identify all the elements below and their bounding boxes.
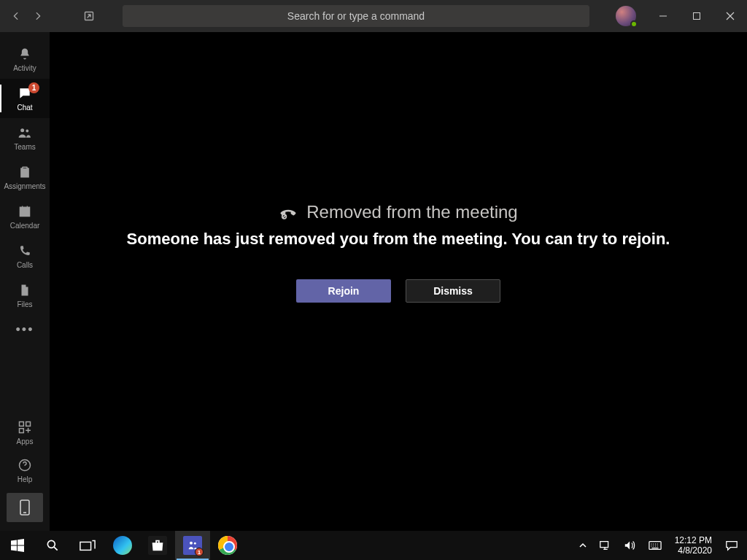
tray-volume-button[interactable] [618,531,643,560]
rail-item-label: Chat [17,104,32,112]
back-button[interactable] [7,7,25,25]
svg-rect-8 [20,429,24,433]
avatar[interactable] [616,6,636,26]
search-input[interactable]: Search for or type a command [123,5,589,27]
calendar-icon [18,203,32,219]
rail-item-label: Files [17,300,32,308]
svg-rect-6 [20,422,24,427]
hangup-icon [279,203,298,222]
task-view-button[interactable] [70,531,105,560]
chrome-icon [218,536,237,555]
svg-point-3 [26,130,28,133]
close-button[interactable] [713,0,747,32]
rail-item-label: Apps [17,438,34,446]
presence-available-icon [630,20,638,28]
chevron-up-icon [578,541,587,550]
start-button[interactable] [0,531,35,560]
rail-item-calendar[interactable]: Calendar [0,197,50,236]
svg-rect-17 [600,542,608,548]
teams-icon [18,125,32,141]
svg-point-15 [190,542,193,545]
taskbar-app-chrome[interactable] [210,531,245,560]
removed-from-meeting-dialog: Removed from the meeting Someone has jus… [127,202,670,303]
rail-item-label: Calendar [10,222,40,230]
apps-icon [18,419,32,435]
rail-item-label: Help [18,475,33,483]
svg-rect-4 [20,210,29,217]
rail-item-help[interactable]: Help [0,452,50,489]
file-icon [18,282,31,298]
clock-time: 12:12 PM [675,535,712,545]
taskbar-clock[interactable]: 12:12 PM 4/8/2020 [667,531,719,560]
task-view-icon [80,539,96,552]
rail-item-assignments[interactable]: Assignments [0,158,50,197]
rail-item-calls[interactable]: Calls [0,236,50,276]
clock-date: 4/8/2020 [678,545,712,556]
dismiss-button[interactable]: Dismiss [406,279,500,303]
bell-icon [18,46,32,62]
taskbar-teams-badge: 1 [195,548,204,556]
svg-rect-1 [694,13,700,20]
rail-item-label: Teams [14,143,35,151]
maximize-button[interactable] [680,0,713,32]
action-center-button[interactable] [719,531,744,560]
assignments-icon [18,164,32,180]
phone-icon [18,243,31,259]
volume-icon [624,540,637,551]
dismiss-button-label: Dismiss [433,285,473,297]
svg-point-16 [194,542,196,545]
rail-item-label: Assignments [4,182,45,190]
network-icon [599,540,612,551]
action-center-icon [725,540,738,551]
rail-item-activity[interactable]: Activity [0,39,50,79]
rejoin-button-label: Rejoin [328,285,360,297]
rail-item-label: Calls [17,261,33,269]
dialog-title: Removed from the meeting [306,202,517,222]
rejoin-button[interactable]: Rejoin [296,279,391,303]
taskbar-app-store[interactable] [140,531,175,560]
search-placeholder: Search for or type a command [287,10,425,22]
store-icon [148,536,167,555]
svg-point-13 [47,540,55,548]
mobile-icon [20,499,30,516]
rail-item-teams[interactable]: Teams [0,118,50,158]
forward-button[interactable] [29,7,47,25]
tray-network-button[interactable] [593,531,618,560]
svg-rect-5 [20,207,29,209]
rail-item-apps[interactable]: Apps [0,414,50,451]
taskbar-app-edge[interactable] [105,531,140,560]
rail-item-chat[interactable]: Chat 1 [0,79,50,118]
popout-button[interactable] [80,7,98,25]
tray-ime-button[interactable] [643,531,667,560]
help-icon [18,457,32,473]
teams-app-icon: 1 [183,536,202,555]
taskbar-search-button[interactable] [35,531,70,560]
edge-icon [113,536,132,555]
keyboard-icon [649,540,662,551]
svg-point-2 [20,128,24,132]
rail-item-files[interactable]: Files [0,276,50,315]
rail-item-label: Activity [13,64,36,72]
minimize-button[interactable] [646,0,680,32]
get-mobile-app-button[interactable] [7,493,43,522]
svg-rect-7 [26,422,31,427]
rail-more-button[interactable]: ••• [0,315,50,344]
svg-rect-14 [80,542,91,550]
windows-icon [11,539,24,552]
taskbar-app-teams[interactable]: 1 [175,531,210,560]
dialog-message: Someone has just removed you from the me… [127,230,670,249]
notification-badge: 1 [28,82,39,93]
tray-overflow-button[interactable] [573,531,593,560]
search-icon [45,538,60,553]
